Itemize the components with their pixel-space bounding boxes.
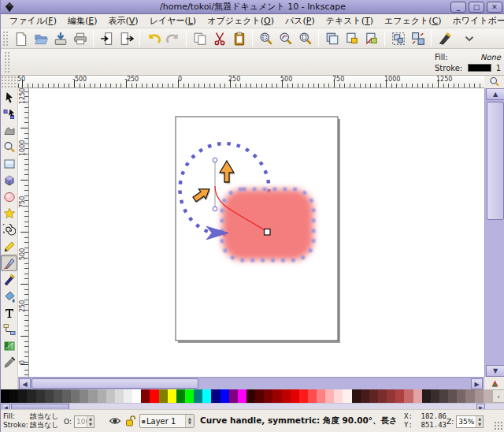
palette-swatch[interactable]: [98, 389, 106, 403]
palette-swatch[interactable]: [361, 389, 369, 403]
palette-swatch[interactable]: [272, 389, 281, 403]
palette-swatch[interactable]: [352, 389, 361, 403]
palette-swatch[interactable]: [88, 389, 97, 403]
palette-swatch[interactable]: [132, 389, 141, 403]
blurred-blob[interactable]: [222, 189, 313, 260]
minimize-button[interactable]: _: [450, 2, 466, 13]
palette-swatch[interactable]: [194, 389, 202, 403]
spiral-tool-button[interactable]: [1, 222, 17, 238]
fill-stroke-dialog-button[interactable]: [435, 30, 454, 47]
undo-button[interactable]: [143, 30, 163, 47]
palette-swatch[interactable]: [255, 389, 264, 403]
palette-swatch[interactable]: [308, 389, 317, 403]
menu-item-4[interactable]: オブジェクト(O): [202, 14, 280, 28]
palette-scroll-left-button[interactable]: ‹: [492, 389, 504, 403]
palette-swatch[interactable]: [159, 389, 168, 403]
palette-swatch[interactable]: [413, 389, 422, 403]
print-document-button[interactable]: [70, 30, 90, 47]
handle-point-top[interactable]: [213, 158, 217, 162]
color-managed-view-button[interactable]: [484, 377, 504, 389]
palette-swatch[interactable]: [71, 389, 80, 403]
calligraphy-tool-button[interactable]: [1, 271, 17, 288]
quick-zoom-button[interactable]: [484, 76, 504, 88]
selector-tool-button[interactable]: [1, 89, 17, 106]
palette-swatch[interactable]: [387, 389, 395, 403]
copy-button[interactable]: [190, 30, 209, 47]
opacity-spinbox[interactable]: 100 ▲▼: [74, 415, 94, 428]
palette-swatch[interactable]: [422, 389, 431, 403]
unlink-clone-button[interactable]: [361, 30, 381, 47]
palette-swatch[interactable]: [211, 389, 220, 403]
canvas[interactable]: [29, 88, 484, 377]
export-document-button[interactable]: [117, 30, 136, 47]
ellipse-tool-button[interactable]: [1, 188, 17, 205]
paste-button[interactable]: [229, 30, 249, 47]
palette-swatch[interactable]: [150, 389, 158, 403]
palette-swatch[interactable]: [299, 389, 308, 403]
palette-swatch[interactable]: [369, 389, 378, 403]
palette-swatch[interactable]: [115, 389, 124, 403]
layer-stepper[interactable]: ▲▼: [185, 415, 194, 427]
window-resize-grip[interactable]: [494, 421, 503, 430]
layer-selector[interactable]: ▪ Layer 1 ▲▼: [139, 414, 195, 428]
create-clone-button[interactable]: [342, 30, 361, 47]
cut-button[interactable]: [209, 30, 229, 47]
palette-swatch[interactable]: [475, 389, 484, 403]
gradient-tool-button[interactable]: [1, 337, 17, 354]
palette-swatch[interactable]: [80, 389, 88, 403]
palette-swatch[interactable]: [18, 389, 27, 403]
palette-swatch[interactable]: [141, 389, 150, 403]
menu-item-1[interactable]: 編集(E): [62, 14, 103, 28]
layer-lock-icon[interactable]: [124, 415, 136, 427]
palette-swatch[interactable]: [325, 389, 334, 403]
menu-item-6[interactable]: テキスト(T): [321, 14, 379, 28]
duplicate-button[interactable]: [322, 30, 342, 47]
zoom-selection-button[interactable]: [256, 30, 276, 47]
star-tool-button[interactable]: [1, 205, 17, 222]
palette-swatch[interactable]: [229, 389, 238, 403]
horizontal-ruler[interactable]: -750-500-250025050075010001250: [18, 76, 484, 88]
statusbar-fill-stroke[interactable]: Fill: 該当なし Stroke: 該当なし: [3, 412, 58, 430]
redo-button[interactable]: [163, 30, 183, 47]
zoom-drawing-button[interactable]: [276, 30, 295, 47]
palette-swatch[interactable]: [238, 389, 246, 403]
connector-tool-button[interactable]: [1, 321, 17, 337]
horizontal-scroll-thumb[interactable]: [32, 378, 198, 389]
palette-swatch[interactable]: [431, 389, 439, 403]
palette-swatch[interactable]: [404, 389, 413, 403]
handle-point-bottom[interactable]: [213, 207, 217, 211]
menu-item-0[interactable]: ファイル(F): [4, 14, 62, 28]
fill-stroke-indicator[interactable]: Fill: None Stroke: 1: [435, 51, 502, 73]
palette-swatch[interactable]: [484, 389, 492, 403]
menu-item-2[interactable]: 表示(V): [103, 14, 144, 28]
palette-swatch[interactable]: [45, 389, 54, 403]
menu-item-5[interactable]: パス(P): [280, 14, 321, 28]
vertical-ruler[interactable]: 125010007505002500: [18, 88, 29, 377]
zoom-page-button[interactable]: [295, 30, 315, 47]
toolbar-grip[interactable]: [2, 31, 9, 47]
pen-tool-button[interactable]: [1, 255, 17, 271]
node-tool-button[interactable]: [1, 106, 17, 122]
palette-swatch[interactable]: [106, 389, 115, 403]
zoom-value[interactable]: 35%: [457, 418, 476, 426]
palette-swatch[interactable]: [54, 389, 62, 403]
palette-swatch[interactable]: [124, 389, 132, 403]
palette-swatch[interactable]: [378, 389, 387, 403]
scroll-left-button[interactable]: ◀: [19, 378, 31, 389]
vertical-scrollbar[interactable]: ▲ ▼: [484, 88, 504, 377]
opacity-stepper[interactable]: ▲▼: [87, 416, 94, 427]
scroll-right-button[interactable]: ▶: [471, 378, 483, 389]
title-bar[interactable]: /home/tokoi/無題ドキュメント 10 - Inkscape _□✕: [1, 0, 504, 14]
toolbar-grip[interactable]: [4, 51, 10, 73]
maximize-button[interactable]: □: [469, 2, 484, 13]
layer-visibility-eye-icon[interactable]: [109, 415, 121, 427]
palette-swatch[interactable]: [264, 389, 272, 403]
palette-swatch[interactable]: [395, 389, 404, 403]
dropper-tool-button[interactable]: [1, 354, 17, 371]
zoom-tool-button[interactable]: [1, 139, 17, 155]
stroke-width-value[interactable]: 1: [496, 64, 501, 73]
palette-swatch[interactable]: [27, 389, 35, 403]
scroll-up-button[interactable]: ▲: [486, 88, 504, 100]
menu-item-8[interactable]: ホワイトボード(R): [447, 14, 504, 28]
ungroup-objects-button[interactable]: [408, 30, 428, 47]
